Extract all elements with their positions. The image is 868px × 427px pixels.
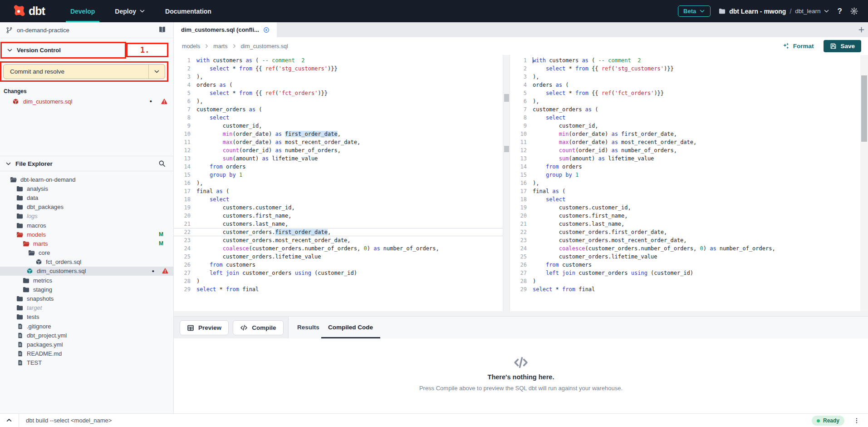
code-line-6[interactable]: 6), <box>510 97 860 105</box>
code-line-29[interactable]: 29select * from final <box>510 285 860 293</box>
code-line-6[interactable]: 6), <box>174 97 503 105</box>
code-line-16[interactable]: 16), <box>510 179 860 187</box>
code-line-28[interactable]: 28) <box>510 277 860 285</box>
code-line-29[interactable]: 29select * from final <box>174 285 503 293</box>
tree-item-dbt-learn-on-demand[interactable]: dbt-learn-on-demand <box>0 175 173 184</box>
code-line-13[interactable]: 13 sum(amount) as lifetime_value <box>174 154 503 163</box>
file-explorer-header[interactable]: File Explorer <box>0 156 173 171</box>
code-line-15[interactable]: 15 group by 1 <box>174 171 503 179</box>
tab-compiled-code[interactable]: Compiled Code <box>328 317 373 338</box>
code-line-24[interactable]: 24 coalesce(customer_orders.number_of_or… <box>510 244 860 253</box>
compile-button[interactable]: Compile <box>233 320 284 335</box>
tree-item-dbt-project-yml[interactable]: dbt_project.yml <box>0 331 173 340</box>
tree-item-test[interactable]: TEST <box>0 358 173 367</box>
code-line-8[interactable]: 8 select <box>174 114 503 122</box>
dbt-logo[interactable]: dbt <box>12 5 45 18</box>
code-line-12[interactable]: 12 count(order_id) as number_of_orders, <box>510 146 860 154</box>
code-pane-right[interactable]: 1with customers as ( -- comment 22 selec… <box>510 55 860 311</box>
tree-item-gitignore[interactable]: .gitignore <box>0 322 173 331</box>
chevron-up-icon[interactable] <box>6 417 12 423</box>
code-line-23[interactable]: 23 customer_orders.most_recent_order_dat… <box>174 236 503 244</box>
save-button[interactable]: Save <box>824 40 861 52</box>
tree-item-marts[interactable]: martsM <box>0 239 173 248</box>
code-line-15[interactable]: 15 group by 1 <box>510 171 860 179</box>
code-line-18[interactable]: 18 select <box>174 195 503 204</box>
gear-icon[interactable] <box>850 7 858 15</box>
code-line-22[interactable]: 22 customer_orders.first_order_date, <box>510 228 860 236</box>
commit-and-resolve-button[interactable]: Commit and resolve <box>3 64 165 79</box>
tree-item-staging[interactable]: staging <box>0 285 173 294</box>
command-input[interactable]: dbt build --select <model_name> <box>26 414 112 427</box>
tree-item-models[interactable]: modelsM <box>0 230 173 239</box>
tab-dim-customers[interactable]: dim_customers.sql (confli... <box>174 22 277 37</box>
nav-deploy[interactable]: Deploy <box>107 0 153 22</box>
code-line-10[interactable]: 10 min(order_date) as first_order_date, <box>174 130 503 138</box>
left-pane-scrollbar[interactable] <box>503 55 510 311</box>
tree-item-analysis[interactable]: analysis <box>0 184 173 193</box>
code-line-13[interactable]: 13 sum(amount) as lifetime_value <box>510 154 860 163</box>
code-line-1[interactable]: 1with customers as ( -- comment 2 <box>174 56 503 65</box>
code-line-23[interactable]: 23 customer_orders.most_recent_order_dat… <box>510 236 860 244</box>
code-line-10[interactable]: 10 min(order_date) as first_order_date, <box>510 130 860 138</box>
code-line-19[interactable]: 19 customers.customer_id, <box>510 204 860 212</box>
tree-item-readme-md[interactable]: README.md <box>0 349 173 358</box>
code-line-21[interactable]: 21 customers.last_name, <box>174 220 503 228</box>
scrollbar-thumb[interactable] <box>504 94 509 102</box>
tree-item-data[interactable]: data <box>0 193 173 202</box>
code-line-5[interactable]: 5 select * from {{ ref('fct_orders')}} <box>174 89 503 97</box>
horizontal-scrollbar-strip[interactable] <box>174 311 868 316</box>
code-line-4[interactable]: 4orders as ( <box>174 81 503 89</box>
preview-button[interactable]: Preview <box>180 320 229 335</box>
kebab-menu-icon[interactable] <box>853 417 860 424</box>
code-line-14[interactable]: 14 from orders <box>510 163 860 171</box>
code-line-28[interactable]: 28) <box>174 277 503 285</box>
nav-develop[interactable]: Develop <box>62 0 103 22</box>
code-line-9[interactable]: 9 customer_id, <box>174 122 503 130</box>
code-line-11[interactable]: 11 max(order_date) as most_recent_order_… <box>174 138 503 146</box>
tree-item-dim-customers-sql[interactable]: dim_customers.sql• <box>0 267 173 276</box>
code-line-16[interactable]: 16), <box>174 179 503 187</box>
code-line-12[interactable]: 12 count(order_id) as number_of_orders, <box>174 146 503 154</box>
right-pane-scrollbar[interactable] <box>860 55 868 311</box>
environment-selector[interactable]: dbt_learn <box>795 8 829 15</box>
version-control-header[interactable]: Version Control <box>0 42 126 59</box>
search-icon[interactable] <box>158 160 166 167</box>
code-line-14[interactable]: 14 from orders <box>174 163 503 171</box>
docs-book-icon[interactable] <box>158 26 166 34</box>
code-line-17[interactable]: 17final as ( <box>174 187 503 195</box>
code-line-21[interactable]: 21 customers.last_name, <box>510 220 860 228</box>
tree-item-fct-orders-sql[interactable]: fct_orders.sql <box>0 258 173 267</box>
beta-button[interactable]: Beta <box>678 5 711 17</box>
code-line-8[interactable]: 8 select <box>510 114 860 122</box>
code-line-9[interactable]: 9 customer_id, <box>510 122 860 130</box>
code-line-25[interactable]: 25 customer_orders.lifetime_value <box>174 253 503 261</box>
tree-item-tests[interactable]: tests <box>0 313 173 322</box>
code-line-26[interactable]: 26 from customers <box>510 261 860 269</box>
code-line-5[interactable]: 5 select * from {{ ref('fct_orders')}} <box>510 89 860 97</box>
code-line-7[interactable]: 7customer_orders as ( <box>510 105 860 114</box>
format-button[interactable]: Format <box>782 43 814 50</box>
tree-item-dbt-packages[interactable]: dbt_packages <box>0 203 173 212</box>
tree-item-macros[interactable]: macros <box>0 221 173 230</box>
code-line-17[interactable]: 17final as ( <box>510 187 860 195</box>
code-pane-left[interactable]: 1with customers as ( -- comment 22 selec… <box>174 55 503 311</box>
code-line-18[interactable]: 18 select <box>510 195 860 204</box>
scrollbar-thumb[interactable] <box>504 146 509 152</box>
branch-selector[interactable]: on-demand-practice <box>0 22 173 38</box>
tree-item-core[interactable]: core <box>0 248 173 258</box>
code-line-2[interactable]: 2 select * from {{ ref('stg_customers')}… <box>510 65 860 73</box>
code-line-2[interactable]: 2 select * from {{ ref('stg_customers')}… <box>174 65 503 73</box>
scrollbar-thumb[interactable] <box>861 75 867 142</box>
code-line-26[interactable]: 26 from customers <box>174 261 503 269</box>
code-line-1[interactable]: 1with customers as ( -- comment 2 <box>510 56 860 65</box>
code-line-20[interactable]: 20 customers.first_name, <box>510 212 860 220</box>
tree-item-snapshots[interactable]: snapshots <box>0 294 173 303</box>
new-tab-icon[interactable] <box>858 26 865 33</box>
breadcrumb-marts[interactable]: marts <box>213 43 227 50</box>
code-line-3[interactable]: 3), <box>174 73 503 81</box>
code-line-19[interactable]: 19 customers.customer_id, <box>174 204 503 212</box>
tree-item-packages-yml[interactable]: packages.yml <box>0 340 173 349</box>
code-line-27[interactable]: 27 left join customer_orders using (cust… <box>510 269 860 277</box>
code-line-24[interactable]: 24 coalesce(customer_orders.number_of_or… <box>174 244 503 253</box>
status-badge[interactable]: Ready <box>812 416 844 426</box>
